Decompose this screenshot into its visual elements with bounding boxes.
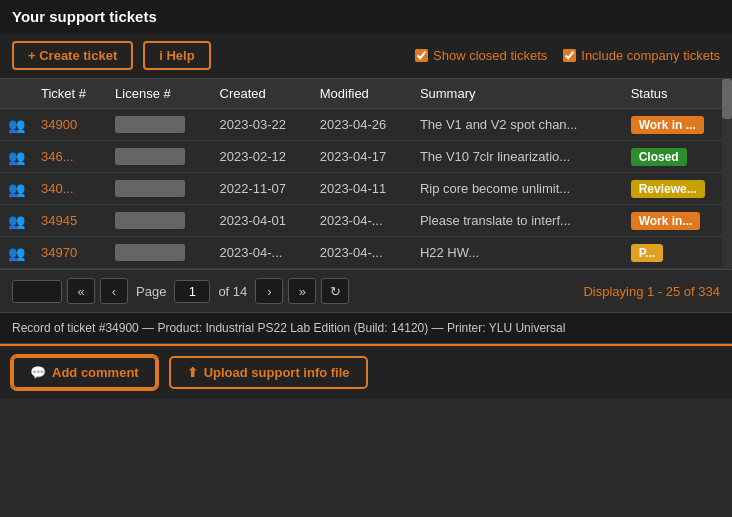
status-badge: Closed [631,148,687,166]
refresh-button[interactable]: ↻ [321,278,349,304]
status-badge: Work in ... [631,116,704,134]
first-page-button[interactable]: « [67,278,95,304]
first-page-icon: « [77,284,84,299]
row-modified: 2023-04-... [312,205,412,237]
col-icon [0,79,33,109]
row-license: ••••• [107,173,211,205]
include-company-label[interactable]: Include company tickets [563,48,720,63]
col-modified: Modified [312,79,412,109]
row-created: 2023-02-12 [212,141,312,173]
upload-label: Upload support info file [204,365,350,380]
scrollbar-track [722,79,732,269]
displaying-text: Displaying 1 - 25 of 334 [583,284,720,299]
col-license: License # [107,79,211,109]
row-ticket: 34900 [33,109,107,141]
row-icon: 👥 [0,205,33,237]
row-summary: The V10 7clr linearizatio... [412,141,623,173]
upload-support-button[interactable]: ⬆ Upload support info file [169,356,368,389]
search-input[interactable] [12,280,62,303]
row-ticket: 346... [33,141,107,173]
row-license: •••••••• [107,205,211,237]
col-summary: Summary [412,79,623,109]
row-created: 2023-04-01 [212,205,312,237]
toolbar-options: Show closed tickets Include company tick… [415,48,720,63]
table-row[interactable]: 👥 34945 •••••••• 2023-04-01 2023-04-... … [0,205,732,237]
row-status: P... [623,237,732,269]
col-ticket: Ticket # [33,79,107,109]
help-button[interactable]: i Help [143,41,210,70]
bottom-bar: 💬 Add comment ⬆ Upload support info file [0,344,732,399]
include-company-checkbox[interactable] [563,49,576,62]
table-row[interactable]: 👥 346... ••••• 2023-02-12 2023-04-17 The… [0,141,732,173]
row-modified: 2023-04-... [312,237,412,269]
col-created: Created [212,79,312,109]
next-page-button[interactable]: › [255,278,283,304]
col-status: Status [623,79,732,109]
row-status: Work in ... [623,109,732,141]
row-icon: 👥 [0,237,33,269]
status-badge: Reviewe... [631,180,705,198]
of-label: of 14 [218,284,247,299]
row-summary: Rip core become unlimit... [412,173,623,205]
refresh-icon: ↻ [330,284,341,299]
page-label-text: Page [136,284,166,299]
upload-icon: ⬆ [187,365,198,380]
status-badge: P... [631,244,663,262]
prev-page-button[interactable]: ‹ [100,278,128,304]
row-status: Work in... [623,205,732,237]
page-header: Your support tickets [0,0,732,33]
show-closed-text: Show closed tickets [433,48,547,63]
scrollbar-thumb[interactable] [722,79,732,119]
table-body: 👥 34900 •••••••• 2023-03-22 2023-04-26 T… [0,109,732,269]
last-page-icon: » [299,284,306,299]
row-icon: 👥 [0,173,33,205]
page-number-input[interactable] [174,280,210,303]
info-bar-text: Record of ticket #34900 — Product: Indus… [12,321,565,335]
row-license: ••••• [107,237,211,269]
next-page-icon: › [267,284,271,299]
comment-icon: 💬 [30,365,46,380]
row-license: ••••• [107,141,211,173]
table-header: Ticket # License # Created Modified Summ… [0,79,732,109]
table-container: Ticket # License # Created Modified Summ… [0,79,732,269]
row-icon: 👥 [0,109,33,141]
row-license: •••••••• [107,109,211,141]
status-badge: Work in... [631,212,701,230]
show-closed-label[interactable]: Show closed tickets [415,48,547,63]
row-status: Reviewe... [623,173,732,205]
row-created: 2023-04-... [212,237,312,269]
row-ticket: 34945 [33,205,107,237]
row-summary: Please translate to interf... [412,205,623,237]
info-bar: Record of ticket #34900 — Product: Indus… [0,312,732,344]
include-company-text: Include company tickets [581,48,720,63]
row-summary: H22 HW... [412,237,623,269]
page-title: Your support tickets [12,8,157,25]
toolbar: + Create ticket i Help Show closed ticke… [0,33,732,79]
pagination-bar: « ‹ Page of 14 › » ↻ Displaying 1 - 25 o… [0,269,732,312]
row-ticket: 340... [33,173,107,205]
table-row[interactable]: 👥 340... ••••• 2022-11-07 2023-04-11 Rip… [0,173,732,205]
row-status: Closed [623,141,732,173]
add-comment-label: Add comment [52,365,139,380]
row-modified: 2023-04-26 [312,109,412,141]
prev-page-icon: ‹ [112,284,116,299]
row-ticket: 34970 [33,237,107,269]
last-page-button[interactable]: » [288,278,316,304]
row-icon: 👥 [0,141,33,173]
row-created: 2023-03-22 [212,109,312,141]
show-closed-checkbox[interactable] [415,49,428,62]
row-modified: 2023-04-17 [312,141,412,173]
tickets-table: Ticket # License # Created Modified Summ… [0,79,732,269]
row-modified: 2023-04-11 [312,173,412,205]
row-created: 2022-11-07 [212,173,312,205]
row-summary: The V1 and V2 spot chan... [412,109,623,141]
create-ticket-button[interactable]: + Create ticket [12,41,133,70]
table-row[interactable]: 👥 34900 •••••••• 2023-03-22 2023-04-26 T… [0,109,732,141]
table-row[interactable]: 👥 34970 ••••• 2023-04-... 2023-04-... H2… [0,237,732,269]
add-comment-button[interactable]: 💬 Add comment [12,356,157,389]
